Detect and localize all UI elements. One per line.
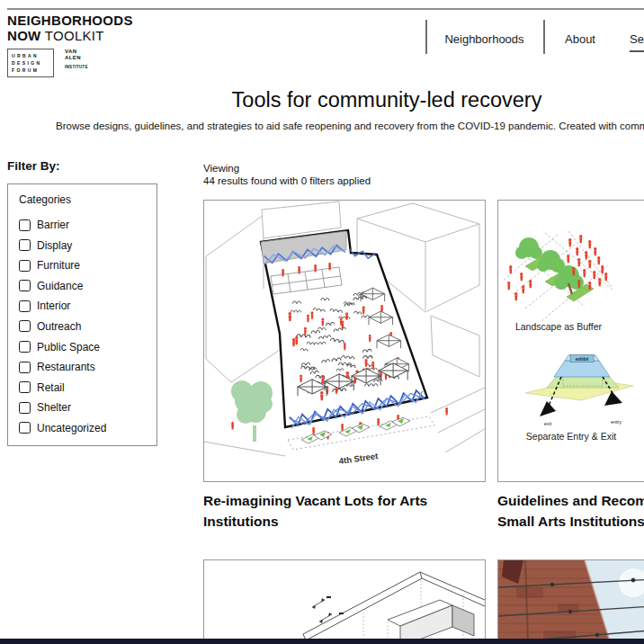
card-guidelines[interactable]: Landscape as Buffer exhibit exit entry S… (497, 200, 644, 482)
brand-now: NOW (7, 28, 41, 43)
street-label: 4th Street (338, 451, 380, 466)
card-counter-drawing[interactable] (203, 559, 486, 644)
results-summary: 44 results found with 0 filters applied (203, 175, 371, 188)
page: NEIGHBORHOODS NOW TOOLKIT URBAN DESIGN F… (0, 0, 644, 644)
category-checkbox-furniture[interactable] (19, 260, 31, 272)
category-row-interior[interactable]: Interior (19, 300, 149, 312)
category-row-furniture[interactable]: Furniture (19, 259, 149, 272)
nav-about[interactable]: About (543, 32, 617, 46)
header-rule (7, 8, 644, 10)
partner-logos: URBAN DESIGN FORUM VAN ALEN INSTITUTE (7, 49, 133, 77)
card-photo-brick-facade (498, 560, 644, 644)
categories-filter-panel: Categories Barrier Display Furniture Gui… (7, 183, 157, 446)
category-checkbox-restaurants[interactable] (19, 362, 31, 373)
category-row-restaurants[interactable]: Restaurants (19, 361, 149, 373)
category-checkbox-interior[interactable] (19, 300, 31, 312)
category-checkbox-outreach[interactable] (19, 320, 31, 332)
category-checkbox-retail[interactable] (19, 381, 31, 393)
site-logo[interactable]: NEIGHBORHOODS NOW TOOLKIT URBAN DESIGN F… (7, 13, 133, 77)
card-vacant-lots[interactable]: 4th Street (203, 200, 486, 482)
urban-design-forum-logo: URBAN DESIGN FORUM (7, 49, 54, 77)
counter-outline (303, 572, 485, 640)
category-row-outreach[interactable]: Outreach (19, 320, 149, 333)
category-checkbox-uncategorized[interactable] (19, 422, 31, 434)
category-checkbox-display[interactable] (19, 239, 31, 251)
filter-by-heading: Filter By: (7, 159, 60, 173)
exit-arrow-icon (540, 401, 556, 416)
brand-line2: NOW TOOLKIT (7, 28, 133, 43)
dimension-marks (312, 596, 344, 623)
category-row-public-space[interactable]: Public Space (19, 341, 149, 353)
categories-title: Categories (19, 193, 149, 206)
exhibit-label: exhibit (576, 357, 589, 362)
category-row-uncategorized[interactable]: Uncategorized (19, 422, 149, 434)
nav-search[interactable]: Search (630, 32, 644, 52)
viewing-label: Viewing (203, 163, 371, 175)
card-illustration-vacant-lot: 4th Street (204, 201, 485, 481)
page-title: Tools for community-led recovery (0, 88, 644, 112)
entry-label: entry (611, 419, 622, 425)
card-facade-photo[interactable] (497, 559, 644, 644)
van-alen-institute-logo: VAN ALEN INSTITUTE (65, 49, 88, 69)
entry-arrow-icon (604, 391, 622, 406)
category-row-display[interactable]: Display (19, 239, 149, 252)
diagram2-label: Separate Entry & Exit (526, 431, 616, 442)
category-row-guidance[interactable]: Guidance (19, 280, 149, 292)
card-illustration-counter (204, 560, 485, 644)
card-illustration-guidelines: Landscape as Buffer exhibit exit entry S… (498, 201, 644, 481)
category-checkbox-barrier[interactable] (19, 219, 31, 231)
category-row-barrier[interactable]: Barrier (19, 219, 149, 231)
brand-line1: NEIGHBORHOODS (7, 13, 133, 28)
category-checkbox-guidance[interactable] (19, 280, 31, 291)
card-title-guidelines[interactable]: Guidelines and Recommendations for Small… (497, 490, 644, 532)
corner-counter (388, 600, 474, 644)
footer-bar (0, 639, 644, 644)
brand-toolkit: TOOLKIT (45, 28, 104, 43)
category-row-shelter[interactable]: Shelter (19, 401, 149, 414)
page-subtitle: Browse designs, guidelines, and strategi… (56, 121, 644, 131)
nav-neighborhoods[interactable]: Neighborhoods (425, 32, 543, 46)
entry-exit-diagram: exhibit exit entry (525, 355, 633, 427)
category-checkbox-shelter[interactable] (19, 402, 31, 414)
card-title-vacant-lots[interactable]: Re-imagining Vacant Lots for Arts Instit… (203, 490, 493, 532)
diagram1-label: Landscape as Buffer (515, 321, 603, 332)
category-row-retail[interactable]: Retail (19, 381, 149, 394)
category-checkbox-public-space[interactable] (19, 341, 31, 353)
exit-label: exit (544, 421, 552, 426)
results-status: Viewing 44 results found with 0 filters … (203, 163, 371, 187)
tree-icon (231, 380, 273, 442)
